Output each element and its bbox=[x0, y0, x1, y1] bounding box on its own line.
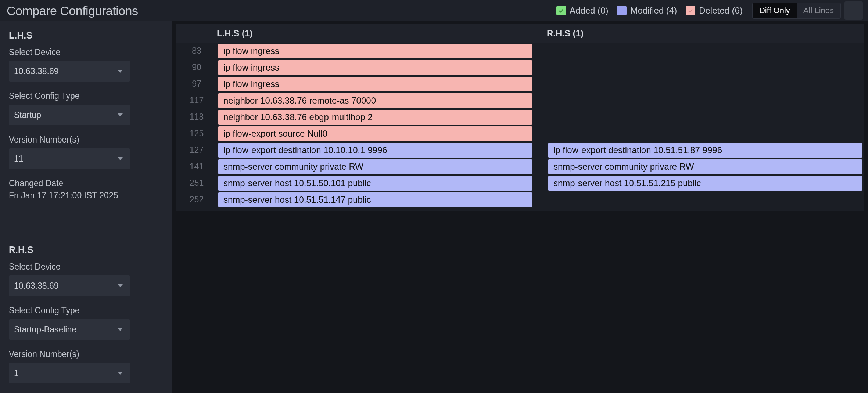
diff-legend: Added (0) Modified (4) Deleted (6) bbox=[556, 6, 743, 16]
chevron-down-icon bbox=[118, 284, 123, 287]
chevron-down-icon bbox=[118, 372, 123, 375]
chevron-down-icon bbox=[118, 70, 123, 73]
lhs-device-select[interactable]: 10.63.38.69 bbox=[9, 61, 130, 82]
diff-row: 251snmp-server host 10.51.50.101 publics… bbox=[176, 175, 864, 191]
lhs-line: ip flow-export source Null0 bbox=[218, 126, 532, 141]
rhs-configtype-value: Startup-Baseline bbox=[14, 325, 76, 335]
lhs-line: ip flow-export destination 10.10.10.1 99… bbox=[218, 143, 532, 158]
rhs-line bbox=[548, 192, 862, 207]
line-number: 118 bbox=[176, 109, 217, 125]
rhs-column-heading: R.H.S (1) bbox=[547, 28, 584, 38]
legend-added-label: Added (0) bbox=[570, 6, 608, 16]
rhs-line: snmp-server host 10.51.51.215 public bbox=[548, 176, 862, 191]
legend-added: Added (0) bbox=[556, 6, 608, 16]
rhs-line bbox=[548, 110, 862, 125]
rhs-configtype-label: Select Config Type bbox=[9, 306, 163, 316]
rhs-version-label: Version Number(s) bbox=[9, 349, 163, 359]
lhs-configtype-value: Startup bbox=[14, 110, 41, 120]
line-number: 125 bbox=[176, 125, 217, 142]
rhs-line bbox=[548, 44, 862, 58]
lhs-line: snmp-server community private RW bbox=[218, 159, 532, 174]
header-bar: Compare Configurations Added (0) Modifie… bbox=[0, 0, 868, 21]
rhs-line bbox=[548, 60, 862, 75]
check-icon bbox=[556, 6, 566, 15]
all-lines-button[interactable]: All Lines bbox=[797, 3, 840, 18]
lhs-version-label: Version Number(s) bbox=[9, 135, 163, 145]
rhs-line: snmp-server community privare RW bbox=[548, 159, 862, 174]
line-number: 127 bbox=[176, 142, 217, 158]
lhs-changed-date-value: Fri Jan 17 17:21:00 IST 2025 bbox=[9, 191, 163, 201]
rhs-line bbox=[548, 126, 862, 141]
diff-row: 252snmp-server host 10.51.51.147 public bbox=[176, 191, 864, 208]
legend-deleted-label: Deleted (6) bbox=[699, 6, 743, 16]
legend-modified-label: Modified (4) bbox=[630, 6, 677, 16]
rhs-version-value: 1 bbox=[14, 368, 19, 378]
legend-deleted: Deleted (6) bbox=[686, 6, 743, 16]
rhs-device-value: 10.63.38.69 bbox=[14, 281, 59, 291]
diff-row: 118neighbor 10.63.38.76 ebgp-multihop 2 bbox=[176, 109, 864, 125]
lhs-line: ip flow ingress bbox=[218, 77, 532, 91]
line-number: 117 bbox=[176, 92, 217, 109]
page-title: Compare Configurations bbox=[7, 4, 138, 18]
line-number: 252 bbox=[176, 191, 217, 208]
legend-modified: Modified (4) bbox=[617, 6, 677, 16]
rhs-device-label: Select Device bbox=[9, 262, 163, 272]
line-number: 141 bbox=[176, 158, 217, 175]
diff-column-headers: L.H.S (1) R.H.S (1) bbox=[176, 24, 864, 43]
line-number: 251 bbox=[176, 175, 217, 191]
chevron-down-icon bbox=[118, 113, 123, 116]
lhs-line: ip flow ingress bbox=[218, 60, 532, 75]
diff-row: 117neighbor 10.63.38.76 remote-as 70000 bbox=[176, 92, 864, 109]
rhs-configtype-select[interactable]: Startup-Baseline bbox=[9, 319, 130, 340]
lhs-column-heading: L.H.S (1) bbox=[217, 28, 252, 38]
rhs-line bbox=[548, 93, 862, 108]
diff-panel: L.H.S (1) R.H.S (1) 83ip flow ingress90i… bbox=[172, 21, 868, 393]
rhs-version-select[interactable]: 1 bbox=[9, 363, 130, 383]
diff-row: 90ip flow ingress bbox=[176, 59, 864, 76]
lhs-line: neighbor 10.63.38.76 remote-as 70000 bbox=[218, 93, 532, 108]
lhs-line: snmp-server host 10.51.50.101 public bbox=[218, 176, 532, 191]
rhs-heading: R.H.S bbox=[9, 245, 163, 255]
config-selector-sidebar: L.H.S Select Device 10.63.38.69 Select C… bbox=[0, 21, 172, 393]
lhs-configtype-select[interactable]: Startup bbox=[9, 105, 130, 125]
diff-only-button[interactable]: Diff Only bbox=[753, 3, 797, 18]
line-number: 90 bbox=[176, 59, 217, 76]
chevron-down-icon bbox=[118, 328, 123, 331]
lhs-configtype-label: Select Config Type bbox=[9, 91, 163, 101]
lhs-device-label: Select Device bbox=[9, 47, 163, 57]
lhs-changed-date-label: Changed Date bbox=[9, 179, 163, 188]
diff-row: 125ip flow-export source Null0 bbox=[176, 125, 864, 142]
diff-row: 127ip flow-export destination 10.10.10.1… bbox=[176, 142, 864, 158]
diff-row: 141snmp-server community private RWsnmp-… bbox=[176, 158, 864, 175]
modified-swatch-icon bbox=[617, 6, 627, 15]
lhs-device-value: 10.63.38.69 bbox=[14, 66, 59, 76]
lhs-heading: L.H.S bbox=[9, 30, 163, 41]
context-menu-button[interactable] bbox=[844, 1, 863, 20]
lhs-line: snmp-server host 10.51.51.147 public bbox=[218, 192, 532, 207]
lhs-version-value: 11 bbox=[14, 154, 24, 164]
rhs-device-select[interactable]: 10.63.38.69 bbox=[9, 275, 130, 296]
lhs-line: ip flow ingress bbox=[218, 44, 532, 58]
diff-row: 83ip flow ingress bbox=[176, 43, 864, 59]
diff-rows-container: 83ip flow ingress90ip flow ingress97ip f… bbox=[176, 43, 864, 211]
line-number: 97 bbox=[176, 76, 217, 92]
rhs-line: ip flow-export destination 10.51.51.87 9… bbox=[548, 143, 862, 158]
lhs-version-select[interactable]: 11 bbox=[9, 148, 130, 169]
lhs-line: neighbor 10.63.38.76 ebgp-multihop 2 bbox=[218, 110, 532, 125]
diff-row: 97ip flow ingress bbox=[176, 76, 864, 92]
check-icon bbox=[686, 6, 695, 15]
view-mode-toggle: Diff Only All Lines bbox=[752, 3, 841, 19]
line-number: 83 bbox=[176, 43, 217, 59]
chevron-down-icon bbox=[118, 157, 123, 160]
rhs-line bbox=[548, 77, 862, 91]
